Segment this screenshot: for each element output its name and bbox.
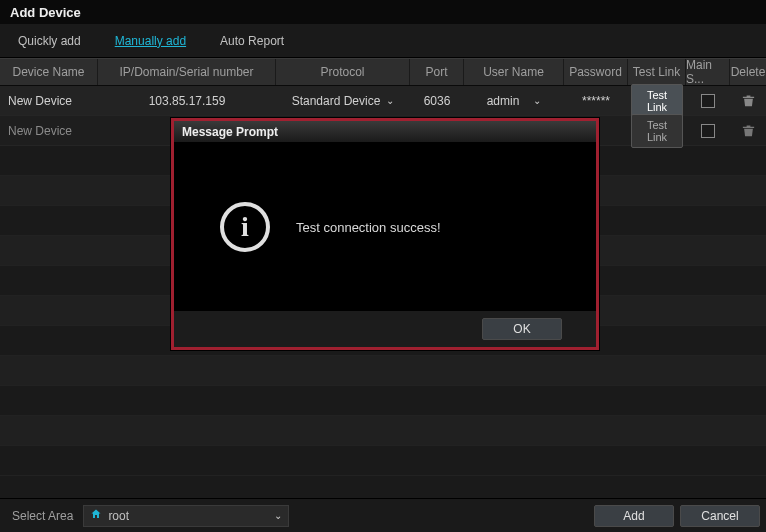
cell-device-name[interactable]: New Device <box>0 94 98 108</box>
cell-device-name[interactable]: New Device <box>0 124 98 138</box>
test-link-button[interactable]: Test Link <box>631 84 683 118</box>
select-area-label: Select Area <box>12 509 73 523</box>
cell-protocol[interactable]: Standard Device ⌄ <box>276 94 410 108</box>
dialog-title-text: Message Prompt <box>182 125 278 139</box>
cancel-button[interactable]: Cancel <box>680 505 760 527</box>
empty-row <box>0 356 766 386</box>
cell-delete <box>730 123 766 138</box>
table-header: Device Name IP/Domain/Serial number Prot… <box>0 58 766 86</box>
dialog-title: Message Prompt <box>174 121 596 143</box>
home-icon <box>90 508 102 523</box>
col-delete: Delete <box>730 59 766 85</box>
col-mainstream: Main S... <box>686 59 730 85</box>
col-protocol: Protocol <box>276 59 410 85</box>
message-prompt-dialog: Message Prompt i Test connection success… <box>171 118 599 350</box>
cell-testlink: Test Link <box>628 114 686 148</box>
cell-delete <box>730 93 766 108</box>
window-title: Add Device <box>0 0 766 24</box>
chevron-down-icon: ⌄ <box>274 510 282 521</box>
dialog-footer: OK <box>174 311 596 347</box>
cell-testlink: Test Link <box>628 84 686 118</box>
window-title-text: Add Device <box>10 5 81 20</box>
protocol-value: Standard Device <box>292 94 381 108</box>
ok-button[interactable]: OK <box>482 318 562 340</box>
tab-quickly-add[interactable]: Quickly add <box>18 34 81 48</box>
cell-password[interactable]: ****** <box>564 94 628 108</box>
cell-user[interactable]: admin ⌄ <box>464 94 564 108</box>
col-port: Port <box>410 59 464 85</box>
col-testlink: Test Link <box>628 59 686 85</box>
tab-bar: Quickly add Manually add Auto Report <box>0 24 766 58</box>
trash-icon[interactable] <box>741 93 756 108</box>
empty-row <box>0 386 766 416</box>
test-link-button[interactable]: Test Link <box>631 114 683 148</box>
empty-row <box>0 446 766 476</box>
cell-port[interactable]: 6036 <box>410 94 464 108</box>
trash-icon[interactable] <box>741 123 756 138</box>
col-user: User Name <box>464 59 564 85</box>
info-icon: i <box>220 202 270 252</box>
col-device-name: Device Name <box>0 59 98 85</box>
mainstream-checkbox[interactable] <box>701 94 715 108</box>
area-select[interactable]: root ⌄ <box>83 505 289 527</box>
footer: Select Area root ⌄ Add Cancel <box>0 498 766 532</box>
user-value: admin <box>487 94 520 108</box>
col-ip: IP/Domain/Serial number <box>98 59 276 85</box>
mainstream-checkbox[interactable] <box>701 124 715 138</box>
cell-mainstream <box>686 124 730 138</box>
cell-ip[interactable]: 103.85.17.159 <box>98 94 276 108</box>
tab-manually-add[interactable]: Manually add <box>115 34 186 48</box>
chevron-down-icon: ⌄ <box>386 95 394 106</box>
add-button[interactable]: Add <box>594 505 674 527</box>
dialog-body: i Test connection success! <box>174 143 596 311</box>
chevron-down-icon: ⌄ <box>533 95 541 106</box>
area-value: root <box>108 509 129 523</box>
cell-mainstream <box>686 94 730 108</box>
empty-row <box>0 416 766 446</box>
tab-auto-report[interactable]: Auto Report <box>220 34 284 48</box>
col-password: Password <box>564 59 628 85</box>
table-row[interactable]: New Device 103.85.17.159 Standard Device… <box>0 86 766 116</box>
dialog-message: Test connection success! <box>296 220 441 235</box>
